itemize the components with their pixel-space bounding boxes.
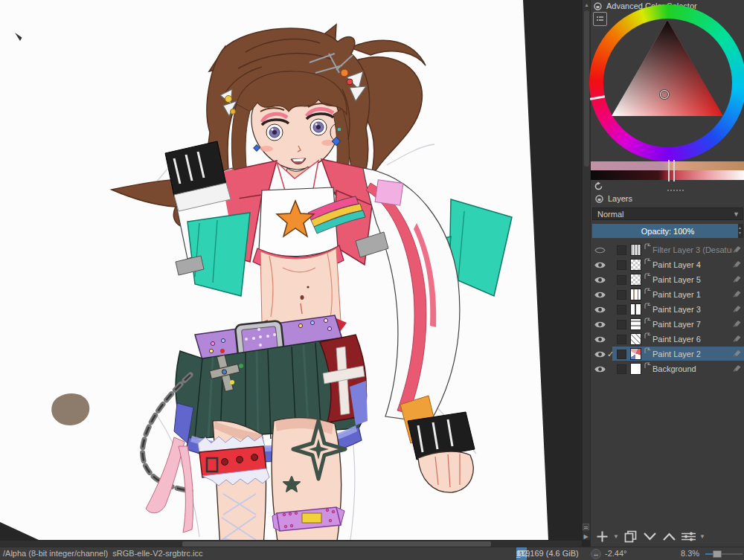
rotation-angle-text: -2.44° [605,547,626,560]
layer-color-label[interactable] [617,290,626,300]
canvas-artwork[interactable] [0,0,590,547]
layer-color-label[interactable] [617,305,626,315]
zoom-slider-handle[interactable] [713,550,722,558]
visibility-eye-icon[interactable] [594,365,607,373]
layer-thumbnail[interactable] [630,348,641,360]
layer-thumbnail[interactable] [630,363,641,375]
layer-name: Paint Layer 2 [652,350,732,358]
vertical-scroll-thumb[interactable] [584,10,589,167]
layer-decoration-icon [644,257,651,266]
layer-row[interactable]: ✓ Paint Layer 1 [591,287,744,302]
layers-header[interactable]: Layers [591,194,632,203]
layer-brush-icon[interactable] [732,275,741,284]
layer-name: Paint Layer 3 [652,305,732,314]
canvas-corner-button[interactable] [583,524,589,530]
size-end-text: 22,169 (4.6 GiB) [516,547,579,560]
layer-color-label[interactable] [617,275,626,285]
layer-color-label[interactable] [617,260,626,270]
layer-row[interactable]: ✓ Paint Layer 2 [591,347,744,361]
zoom-slider[interactable] [705,547,743,560]
krita-window: ▲ ▶ Advanced Color Selector [0,0,744,560]
shade-refresh-button[interactable] [594,181,604,192]
layer-decoration-icon [644,242,651,251]
layer-decoration-icon [644,347,651,355]
layer-properties-button[interactable] [680,528,696,544]
active-check-icon: ✓ [607,350,617,359]
canvas-rotation-icon[interactable]: ↔ [591,549,601,559]
layer-color-label[interactable] [617,320,626,329]
duplicate-layer-button[interactable] [622,528,638,544]
duplicate-icon [624,530,637,543]
layer-name: Filter Layer 3 (Desaturate) [652,245,732,254]
layer-brush-icon[interactable] [732,305,741,314]
layer-properties-dropdown[interactable]: ▼ [699,528,705,544]
move-layer-up-button[interactable] [661,528,677,544]
blend-mode-value: Normal [597,210,623,219]
status-bar: /Alpha (8-bit integer/channel) sRGB-elle… [0,547,744,560]
layer-row[interactable]: ✓ Filter Layer 3 (Desaturate) [591,242,744,257]
layer-name: Paint Layer 4 [652,260,732,269]
layer-thumbnail[interactable] [630,333,641,345]
layer-row[interactable]: ✓ Paint Layer 5 [591,272,744,287]
docker-lock-icon[interactable] [595,195,603,203]
visibility-eye-icon[interactable] [594,291,607,299]
layers-title: Layers [608,194,632,203]
layer-color-label[interactable] [617,350,626,359]
layer-brush-icon[interactable] [732,260,741,269]
layer-brush-icon[interactable] [732,245,741,254]
layer-name: Paint Layer 5 [652,275,732,284]
layer-decoration-icon [644,317,651,326]
layer-brush-icon[interactable] [732,335,741,344]
move-layer-down-button[interactable] [641,528,658,544]
shade-strip-bottom[interactable] [591,170,744,180]
visibility-eye-icon[interactable] [594,321,607,329]
layer-color-label[interactable] [617,335,626,344]
horizontal-scroll-thumb[interactable] [182,541,491,547]
opacity-label: Opacity: 100% [592,224,743,238]
layer-row[interactable]: ✓ Paint Layer 3 [591,302,744,317]
layer-brush-icon[interactable] [732,290,741,299]
shade-selector[interactable] [591,161,744,180]
layer-list: ✓ Filter Layer 3 (Desaturate) ✓ [591,242,744,376]
refresh-icon [594,181,603,191]
layer-thumbnail[interactable] [630,303,641,315]
layer-decoration-icon [644,287,651,296]
blend-mode-select[interactable]: Normal ▼ [592,207,743,220]
layer-row[interactable]: ✓ Paint Layer 6 [591,332,744,347]
layer-thumbnail[interactable] [630,318,641,330]
color-wheel[interactable] [589,4,744,161]
opacity-spinner[interactable]: ▲▼ [737,225,743,235]
visibility-eye-icon[interactable] [594,276,607,284]
sv-triangle[interactable] [589,4,744,161]
docker-resize-handle[interactable] [667,190,684,191]
visibility-eye-icon[interactable] [594,306,607,314]
layer-row[interactable]: ✓ Paint Layer 4 [591,257,744,272]
layer-brush-icon[interactable] [732,364,741,373]
layer-color-label[interactable] [617,364,626,374]
add-layer-button[interactable] [594,528,610,544]
layer-color-label[interactable] [617,245,626,255]
scroll-right-icon[interactable]: ▶ [582,532,590,541]
opacity-slider[interactable]: Opacity: 100% ▲▼ [592,224,743,238]
layer-brush-icon[interactable] [732,320,741,329]
layer-thumbnail[interactable] [630,244,641,256]
layer-decoration-icon [644,332,651,341]
sv-cursor[interactable] [660,90,669,99]
canvas-viewport[interactable]: ▲ ▶ [0,0,590,547]
layer-thumbnail[interactable] [630,289,641,300]
layer-name: Paint Layer 6 [652,335,732,344]
layer-row[interactable]: ✓ Paint Layer 7 [591,317,744,332]
shade-strip-top[interactable] [591,161,744,170]
visibility-eye-icon[interactable] [594,335,607,344]
visibility-eye-icon[interactable] [594,261,607,269]
visibility-eye-icon[interactable] [594,350,607,358]
layer-row[interactable]: ✓ Background [591,361,744,376]
layer-thumbnail[interactable] [630,274,641,286]
layer-decoration-icon [644,361,651,370]
layer-thumbnail[interactable] [630,259,641,271]
visibility-eye-icon[interactable] [594,246,607,254]
sliders-icon [681,531,696,542]
add-layer-dropdown[interactable]: ▼ [613,528,619,544]
layer-brush-icon[interactable] [732,350,741,358]
docker-panel: Advanced Color Selector [590,0,744,547]
